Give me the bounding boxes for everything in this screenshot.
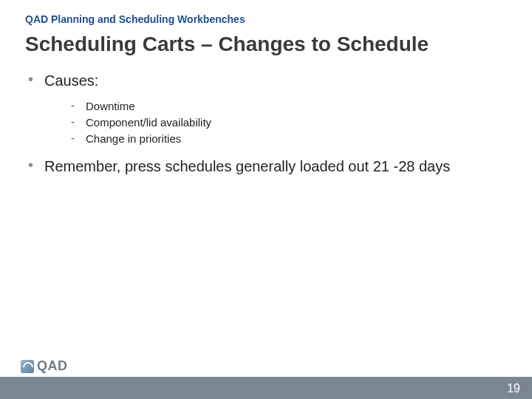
list-item-text: Component/lid availability: [86, 115, 211, 130]
list-item-text: Downtime: [86, 99, 135, 114]
bullet-icon: •: [25, 71, 44, 87]
slide-title: Scheduling Carts – Changes to Schedule: [0, 25, 532, 56]
dash-icon: -: [71, 115, 86, 128]
list-item: - Component/lid availability: [71, 115, 502, 130]
slide: QAD Planning and Scheduling Workbenches …: [0, 0, 532, 399]
list-item: • Remember, press schedules generally lo…: [25, 157, 502, 176]
brand-logo: QAD: [21, 358, 68, 374]
dash-icon: -: [71, 132, 86, 144]
logo-text: QAD: [37, 358, 68, 374]
page-number: 19: [507, 382, 520, 395]
dash-icon: -: [71, 99, 86, 112]
logo-mark-icon: [21, 360, 34, 373]
list-item-text: Change in priorities: [86, 132, 181, 146]
footer-bar: 19: [0, 377, 532, 399]
list-item-text: Remember, press schedules generally load…: [44, 157, 450, 176]
slide-body: • Causes: - Downtime - Component/lid ava…: [0, 56, 532, 176]
list-item-text: Causes:: [44, 71, 98, 90]
slide-eyebrow: QAD Planning and Scheduling Workbenches: [0, 0, 532, 25]
list-item: - Downtime: [71, 99, 502, 114]
list-item: - Change in priorities: [71, 132, 502, 146]
bullet-icon: •: [25, 157, 44, 173]
list-item: • Causes:: [25, 71, 502, 90]
sub-list: - Downtime - Component/lid availability …: [25, 98, 502, 157]
